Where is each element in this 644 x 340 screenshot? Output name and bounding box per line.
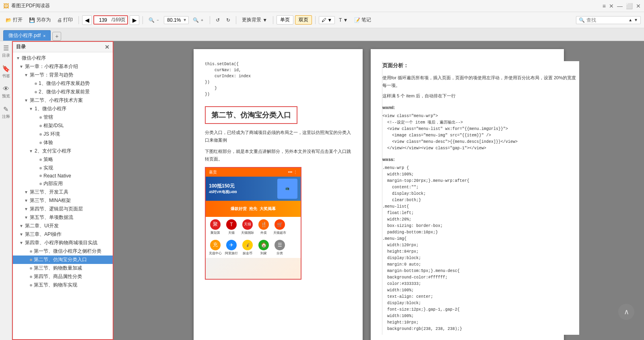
open-button[interactable]: 📂 打开 (3, 15, 25, 25)
toc-item-7[interactable]: 管辖 (13, 113, 113, 122)
search-down-icon[interactable]: ▼ (634, 18, 638, 22)
redo-button[interactable]: ↻ (224, 16, 233, 24)
toc-expand-icon-16: ▼ (24, 190, 29, 194)
toc-close-button[interactable]: ✕ (105, 44, 109, 50)
toc-item-10[interactable]: 体验 (13, 138, 113, 147)
toc-item-25[interactable]: 第三节、购物数量加减 (13, 264, 113, 272)
analysis-para2: 这样满 5 个 item 后，自动排在下一行 (382, 92, 579, 100)
toc-item-21[interactable]: ▼第三章、API操作 (13, 230, 113, 239)
toc-item-20[interactable]: ▼第二章、UI开发 (13, 222, 113, 230)
toc-item-1[interactable]: ▼第一章：小程序基本介绍 (13, 62, 113, 71)
prev-page-button[interactable]: ◀ (82, 15, 92, 25)
tab-close-button[interactable]: × (43, 33, 45, 38)
toc-item-16[interactable]: ▼第三节、开发工具 (13, 188, 113, 196)
app-icon-7: ✈ 阿里旅行 (224, 240, 239, 256)
next-page-button[interactable]: ▶ (130, 15, 139, 25)
single-page-button[interactable]: 单页 (277, 15, 293, 25)
print-icon: 🖨 (57, 17, 62, 23)
toc-item-17[interactable]: ▼第三节、MINA框架 (13, 196, 113, 205)
toc-item-5[interactable]: ▼第二节、小程序技术方案 (13, 96, 113, 105)
toc-item-13[interactable]: 实现 (13, 164, 113, 172)
toc-dot-8 (39, 125, 42, 127)
zoom-input[interactable] (166, 17, 182, 23)
toc-expand-icon-20: ▼ (19, 224, 24, 228)
toc-expand-icon-5: ▼ (24, 98, 29, 103)
zoom-dropdown[interactable]: ▼ (183, 18, 187, 22)
toc-item-4[interactable]: 2、微信小程序发展前景 (13, 88, 113, 96)
title-bar: 🖼 看图王PDF阅读器 ≡ ✕ — ⬜ ✕ (0, 0, 644, 12)
search-up-icon[interactable]: ▲ (628, 18, 632, 22)
save-as-button[interactable]: 💾 另存为 (27, 15, 53, 25)
toc-expand-icon-2: ▼ (24, 73, 29, 77)
separator-6 (315, 16, 316, 24)
text-tool-button[interactable]: T ▼ (336, 16, 350, 24)
toc-item-22[interactable]: ▼第四章、小程序购物商城项目实战 (13, 239, 113, 247)
app-icon-6: 充 充值中心 (208, 240, 223, 256)
app-icon-2: T 天猫 (224, 219, 239, 235)
menu-icon[interactable]: ≡ (603, 3, 606, 9)
sidebar-item-notes[interactable]: ✎ 注释 (2, 105, 10, 120)
toc-item-9[interactable]: JS 环境 (13, 130, 113, 138)
open-icon: 📂 (6, 17, 12, 23)
zoom-out-button[interactable]: 🔍－ (146, 16, 162, 24)
print-button[interactable]: 🖨 打印 (55, 15, 75, 25)
toc-label-11: 2、支付宝小程序 (35, 148, 71, 155)
wxss-code: .menu-wrp { width:100%; margin-top:20rpx… (382, 165, 579, 332)
toc-item-0[interactable]: ▼微信小程序 (13, 54, 113, 62)
highlight-button[interactable]: 🖊 ▼ (319, 16, 335, 24)
wxss-label: wxss: (382, 156, 579, 163)
toc-item-6[interactable]: ▼1、微信小程序 (13, 105, 113, 113)
highlight-icon: 🖊 (322, 17, 326, 23)
sidebar-item-preview[interactable]: 👁 预览 (2, 85, 10, 99)
toc-item-18[interactable]: ▼第四节、逻辑层与页面层 (13, 205, 113, 213)
app-banner-2: 爆款好货 抢先 大奖揭幕 (206, 201, 301, 217)
app-icon-4: 🍴 外卖 (256, 219, 271, 235)
toc-item-12[interactable]: 策略 (13, 155, 113, 164)
toc-label-16: 第三节、开发工具 (30, 189, 68, 196)
sidebar-item-bookmark[interactable]: 🔖 书签 (2, 65, 10, 79)
toc-item-19[interactable]: ▼第五节、单项数据流 (13, 213, 113, 222)
toc-item-14[interactable]: React Native (13, 172, 113, 179)
toc-item-23[interactable]: 第一节、微信小程序之侧栏分类 (13, 247, 113, 256)
toc-label-23: 第一节、微信小程序之侧栏分类 (34, 248, 101, 255)
undo-button[interactable]: ↺ (213, 16, 222, 24)
app-icon-5: 🛒 天猫超市 (272, 219, 287, 235)
double-page-button[interactable]: 双页 (295, 15, 312, 25)
toc-expand-icon-17: ▼ (24, 198, 29, 203)
toc-label-1: 第一章：小程序基本介绍 (25, 63, 78, 70)
sidebar-item-toc[interactable]: ☰ 目录 (2, 44, 10, 58)
toc-dot-9 (39, 133, 42, 136)
minimize-icon[interactable]: — (617, 3, 623, 9)
toc-dot-26 (30, 276, 32, 278)
zoom-in-button[interactable]: 🔍＋ (190, 16, 206, 24)
pdf-container[interactable]: this.setData({ curNav: id, curIndex: ind… (114, 41, 644, 340)
toc-item-26[interactable]: 第四节、商品属性分类 (13, 272, 113, 281)
toc-content: ▼微信小程序▼第一章：小程序基本介绍▼第一节：背景与趋势1、微信小程序发展趋势2… (13, 52, 113, 339)
toc-item-2[interactable]: ▼第一节：背景与趋势 (13, 71, 113, 79)
toc-dot-7 (39, 116, 42, 119)
note-button[interactable]: 📝 笔记 (352, 15, 374, 25)
close-icon[interactable]: ✕ (609, 3, 614, 9)
toc-item-11[interactable]: ▼2、支付宝小程序 (13, 147, 113, 155)
scroll-top-button[interactable]: ∧ (618, 304, 634, 320)
maximize-icon[interactable]: ⬜ (626, 3, 633, 9)
add-tab-button[interactable]: + (52, 32, 61, 41)
search-input[interactable] (586, 17, 627, 23)
background-button[interactable]: 更换背景 ▼ (239, 15, 270, 25)
toc-label-17: 第三节、MINA框架 (30, 197, 71, 204)
toc-label-26: 第四节、商品属性分类 (34, 273, 82, 280)
toc-item-3[interactable]: 1、微信小程序发展趋势 (13, 79, 113, 88)
toc-expand-icon-19: ▼ (24, 215, 29, 220)
toc-item-24[interactable]: 第二节、仿淘宝分类入口 (13, 256, 113, 264)
pdf-tab[interactable]: 微信小程序.pdf × (3, 30, 51, 41)
toc-item-15[interactable]: 内部应用 (13, 179, 113, 188)
page-input[interactable] (96, 17, 110, 23)
close-window-icon[interactable]: ✕ (636, 3, 641, 9)
app-title: 看图王PDF阅读器 (11, 2, 50, 9)
toc-item-27[interactable]: 第五节、购物车实现 (13, 281, 113, 289)
toc-expand-icon-11: ▼ (29, 149, 34, 153)
app-banner-1: 100抵150元 45吋VR电视1499 📺 (206, 177, 301, 201)
toc-item-8[interactable]: 框架/DSL (13, 122, 113, 130)
toc-dot-3 (35, 82, 37, 85)
search-box: 🔍 ▲ ▼ (576, 16, 641, 24)
